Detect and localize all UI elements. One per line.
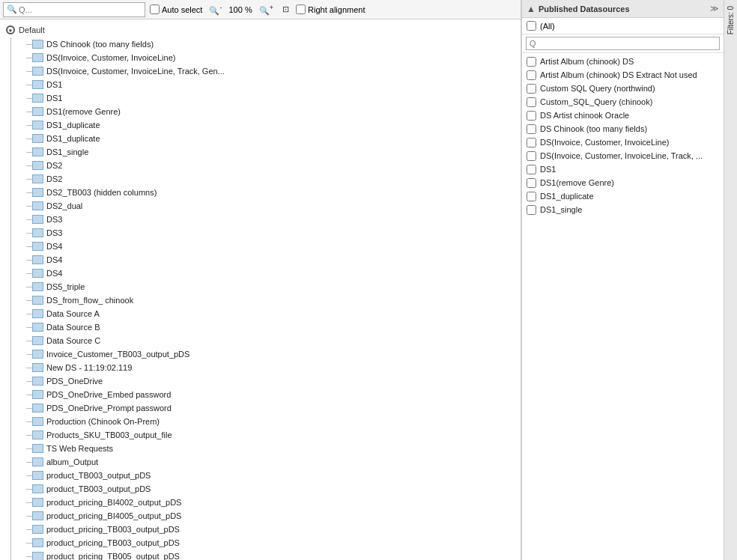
tree-item[interactable]: product_TB003_output_pDS — [25, 469, 521, 482]
right-alignment-checkbox[interactable] — [296, 4, 306, 14]
tree-item[interactable]: DS2 — [25, 159, 521, 172]
tree-connector — [26, 165, 32, 166]
filter-item-label[interactable]: DS1(remove Genre) — [540, 178, 614, 187]
tree-connector — [26, 192, 32, 193]
side-tab[interactable]: Filters: 0 — [724, 0, 737, 560]
tree-item[interactable]: product_pricing_TB003_output_pDS — [25, 523, 521, 536]
tree-item[interactable]: DS2_TB003 (hidden columns) — [25, 186, 521, 199]
filter-checkbox[interactable] — [527, 97, 536, 107]
filter-item-label[interactable]: Custom SQL Query (northwind) — [540, 84, 655, 93]
tree-item[interactable]: Data Source A — [25, 307, 521, 320]
tree-item[interactable]: DS2 — [25, 172, 521, 186]
check-all-label[interactable]: (All) — [540, 22, 555, 31]
tree-item-label: DS1(remove Genre) — [46, 107, 121, 116]
node-icon — [32, 525, 43, 534]
tree-item[interactable]: DS_from_flow_ chinook — [25, 293, 521, 307]
filter-item-label[interactable]: DS1_single — [540, 205, 582, 214]
filter-item: DS1(remove Genre) — [522, 176, 724, 189]
tree-item[interactable]: DS3 — [25, 226, 521, 240]
right-alignment-label[interactable]: Right alignment — [296, 4, 365, 14]
tree-item-label: Data Source C — [46, 336, 100, 345]
filter-item-label[interactable]: Artist Album (chinook) DS Extract Not us… — [540, 70, 697, 79]
tree-item-label: Products_SKU_TB003_output_file — [46, 430, 172, 439]
tree-item[interactable]: DS Chinook (too many fields) — [25, 37, 521, 51]
tree-item[interactable]: product_TB003_output_pDS — [25, 482, 521, 496]
tree-item[interactable]: DS3 — [25, 213, 521, 226]
tree-connector — [26, 462, 32, 463]
tree-item[interactable]: PDS_OneDrive_Prompt password — [25, 401, 521, 415]
tree-item[interactable]: DS(Invoice, Customer, InvoiceLine, Track… — [25, 64, 521, 78]
filter-checkbox[interactable] — [527, 138, 536, 147]
tree-item[interactable]: product_pricing_TB005_output_pDS — [25, 550, 521, 560]
panel-collapse-icon[interactable]: ▲ — [527, 4, 536, 14]
tree-item[interactable]: DS1_duplicate — [25, 118, 521, 132]
zoom-out-button[interactable]: 🔍- — [207, 3, 224, 16]
filter-checkbox[interactable] — [527, 111, 536, 121]
tree-item-label: DS4 — [46, 242, 62, 251]
tree-item[interactable]: product_pricing_TB003_output_pDS — [25, 536, 521, 550]
side-tab-label[interactable]: Filters: 0 — [725, 3, 736, 37]
auto-select-checkbox[interactable] — [150, 4, 160, 14]
panel-expand-icon[interactable]: ≫ — [710, 4, 719, 13]
filter-checkbox[interactable] — [527, 178, 536, 188]
tree-item[interactable]: DS4 — [25, 253, 521, 267]
auto-select-label[interactable]: Auto select — [150, 4, 202, 14]
tree-item[interactable]: product_pricing_BI4002_output_pDS — [25, 496, 521, 509]
filter-search-input[interactable] — [526, 37, 720, 50]
filter-checkbox[interactable] — [527, 84, 536, 94]
tree-item[interactable]: DS4 — [25, 240, 521, 253]
node-icon — [32, 201, 43, 210]
filter-checkbox[interactable] — [527, 57, 536, 67]
filter-item-label[interactable]: DS(Invoice, Customer, InvoiceLine) — [540, 138, 669, 147]
tree-wrapper: ● Default DS Chinook (too many fields)DS… — [0, 21, 521, 560]
check-all-checkbox[interactable] — [527, 21, 536, 31]
tree-item[interactable]: Production (Chinook On-Prem) — [25, 415, 521, 428]
tree-item[interactable]: PDS_OneDrive — [25, 374, 521, 388]
tree-item[interactable]: DS1 — [25, 78, 521, 91]
tree-connector — [26, 475, 32, 476]
filter-search[interactable] — [522, 34, 724, 53]
tree-item[interactable]: TS Web Requests — [25, 442, 521, 455]
filter-item-label[interactable]: Custom_SQL_Query (chinook) — [540, 97, 652, 106]
tree-connector — [26, 395, 32, 395]
tree-item[interactable]: Invoice_Customer_TB003_output_pDS — [25, 347, 521, 361]
tree-item[interactable]: Products_SKU_TB003_output_file — [25, 428, 521, 442]
tree-item[interactable]: DS1 — [25, 91, 521, 105]
fit-button[interactable]: ⊡ — [280, 4, 291, 15]
tree-connector — [26, 314, 32, 314]
filter-item-label[interactable]: Artist Album (chinook) DS — [540, 57, 634, 66]
filter-checkbox[interactable] — [527, 192, 536, 201]
filter-checkbox[interactable] — [527, 205, 536, 215]
zoom-in-button[interactable]: 🔍+ — [257, 3, 276, 16]
tree-item-label: DS5_triple — [46, 282, 85, 291]
tree-item[interactable]: DS4 — [25, 267, 521, 280]
tree-item[interactable]: DS(Invoice, Customer, InvoiceLine) — [25, 51, 521, 64]
filter-item-label[interactable]: DS Chinook (too many fields) — [540, 124, 647, 133]
search-box[interactable]: 🔍 — [3, 2, 145, 17]
filter-checkbox[interactable] — [527, 124, 536, 134]
node-icon — [32, 242, 43, 251]
filter-checkbox[interactable] — [527, 151, 536, 161]
filter-checkbox[interactable] — [527, 165, 536, 174]
filter-item-label[interactable]: DS Artist chinook Oracle — [540, 111, 629, 120]
tree-item[interactable]: New DS - 11:19:02.119 — [25, 361, 521, 374]
tree-item[interactable]: DS1(remove Genre) — [25, 105, 521, 118]
tree-item-label: product_pricing_BI4002_output_pDS — [46, 498, 181, 507]
tree-item[interactable]: DS5_triple — [25, 280, 521, 293]
tree-item[interactable]: DS1_single — [25, 145, 521, 159]
tree-item[interactable]: Data Source C — [25, 334, 521, 347]
filter-item-label[interactable]: DS1_duplicate — [540, 192, 594, 201]
tree-item[interactable]: PDS_OneDrive_Embed password — [25, 388, 521, 401]
tree-connector — [26, 327, 32, 328]
filter-item-label[interactable]: DS1 — [540, 165, 556, 174]
filter-checkbox[interactable] — [527, 70, 536, 80]
auto-select-text: Auto select — [162, 5, 202, 14]
search-input[interactable] — [19, 5, 142, 14]
filter-item-label[interactable]: DS(Invoice, Customer, InvoiceLine, Track… — [540, 151, 703, 160]
tree-item[interactable]: Data Source B — [25, 320, 521, 334]
tree-item[interactable]: product_pricing_BI4005_output_pDS — [25, 509, 521, 523]
tree-item[interactable]: DS2_dual — [25, 199, 521, 213]
node-icon — [32, 296, 43, 305]
tree-item[interactable]: album_Output — [25, 455, 521, 469]
tree-item[interactable]: DS1_duplicate — [25, 132, 521, 145]
